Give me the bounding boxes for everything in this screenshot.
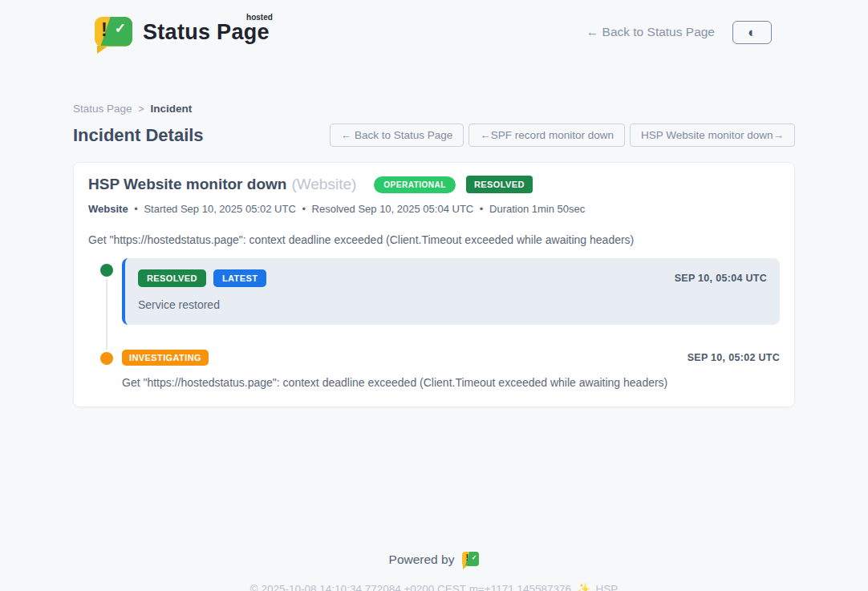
incident-description: Get "https://hostedstatus.page": context… (88, 233, 780, 246)
resolved-state-badge: RESOLVED (466, 176, 533, 193)
logo-text-wrap: hosted Status Page (143, 20, 270, 45)
duration: Duration 1min 50sec (489, 203, 585, 215)
timeline-entry-header: INVESTIGATING SEP 10, 05:02 UTC (122, 350, 780, 366)
incident-nav-buttons: ← Back to Status Page ←SPF record monito… (330, 123, 795, 147)
status-page-logo-icon: ! ✓ (95, 17, 132, 47)
timeline-entry: INVESTIGATING SEP 10, 05:02 UTC Get "htt… (88, 350, 780, 389)
timeline-entry: RESOLVED LATEST SEP 10, 05:04 UTC Servic… (88, 258, 780, 325)
incident-title-row: HSP Website monitor down (Website) OPERA… (88, 176, 780, 193)
timeline-entry-content: RESOLVED LATEST SEP 10, 05:04 UTC Servic… (122, 258, 780, 325)
back-to-status-page-button[interactable]: ← Back to Status Page (330, 123, 464, 147)
timeline-entry-content: INVESTIGATING SEP 10, 05:02 UTC Get "htt… (122, 350, 780, 389)
investigating-badge: INVESTIGATING (122, 350, 209, 366)
logo[interactable]: ! ✓ hosted Status Page (95, 18, 270, 47)
logo-superscript: hosted (246, 13, 273, 22)
timeline-entry-header: RESOLVED LATEST SEP 10, 05:04 UTC (138, 269, 767, 287)
incident-component: (Website) (291, 176, 356, 193)
main-content: Status Page > Incident Incident Details … (73, 103, 795, 591)
operational-badge: OPERATIONAL (374, 176, 456, 193)
logo-text: Status Page (143, 20, 270, 44)
status-page-app: ! ✓ hosted Status Page ← Back to Status … (0, 0, 868, 591)
timeline-timestamp: SEP 10, 05:02 UTC (688, 352, 780, 363)
breadcrumb: Status Page > Incident (73, 103, 795, 115)
meta-separator: • (302, 203, 306, 215)
exclamation-icon: ! (465, 553, 468, 562)
resolved-badge: RESOLVED (138, 269, 206, 287)
sparkles-icon: ✨ (577, 583, 590, 591)
logo-bubble: ! ✓ (95, 17, 132, 47)
mini-logo-bubble: ! ✓ (462, 552, 479, 566)
incident-timeline: RESOLVED LATEST SEP 10, 05:04 UTC Servic… (88, 258, 780, 389)
breadcrumb-incident: Incident (151, 103, 193, 115)
back-to-status-page-link[interactable]: ← Back to Status Page (586, 25, 715, 39)
breadcrumb-status-page[interactable]: Status Page (73, 103, 132, 115)
investigating-dot-icon (100, 352, 113, 365)
next-incident-button[interactable]: HSP Website monitor down→ (630, 123, 795, 147)
breadcrumb-separator: > (139, 103, 144, 115)
prev-incident-button[interactable]: ←SPF record monitor down (468, 123, 625, 147)
brand-name: HSP (595, 583, 618, 591)
resolved-time: Resolved Sep 10, 2025 05:04 UTC (312, 203, 474, 215)
powered-by-link[interactable]: Powered by ! ✓ (389, 553, 480, 567)
meta-separator: • (134, 203, 138, 215)
page-title: Incident Details (73, 125, 204, 146)
title-row: Incident Details ← Back to Status Page ←… (73, 123, 795, 147)
started-time: Started Sep 10, 2025 05:02 UTC (144, 203, 295, 215)
monitor-name: Website (88, 203, 128, 215)
powered-by-label: Powered by (389, 553, 455, 567)
mini-logo-bubble-tail (463, 565, 468, 569)
footer: Powered by ! ✓ © 2025-10-08 14:10:34.772… (73, 553, 795, 591)
copyright-text: © 2025-10-08 14:10:34.772084 +0200 CEST … (250, 583, 571, 591)
resolved-dot-icon (100, 264, 113, 277)
theme-toggle-button[interactable]: ◐ (732, 21, 772, 44)
copyright: © 2025-10-08 14:10:34.772084 +0200 CEST … (73, 582, 795, 591)
header-right: ← Back to Status Page ◐ (586, 21, 772, 44)
half-circle-icon: ◐ (748, 26, 756, 39)
check-icon: ✓ (115, 20, 126, 37)
check-icon: ✓ (472, 554, 477, 561)
timeline-timestamp: SEP 10, 05:04 UTC (675, 273, 767, 284)
header: ! ✓ hosted Status Page ← Back to Status … (0, 0, 868, 51)
status-page-mini-logo-icon: ! ✓ (462, 552, 479, 566)
logo-bubble-tail (97, 46, 108, 54)
exclamation-icon: ! (101, 19, 107, 41)
incident-meta: Website • Started Sep 10, 2025 05:02 UTC… (88, 203, 780, 215)
incident-card: HSP Website monitor down (Website) OPERA… (73, 162, 795, 407)
timeline-entry-body: Service restored (138, 298, 767, 311)
meta-separator: • (480, 203, 484, 215)
latest-badge: LATEST (213, 269, 266, 287)
timeline-entry-body: Get "https://hostedstatus.page": context… (122, 376, 780, 389)
incident-title: HSP Website monitor down (88, 176, 286, 193)
